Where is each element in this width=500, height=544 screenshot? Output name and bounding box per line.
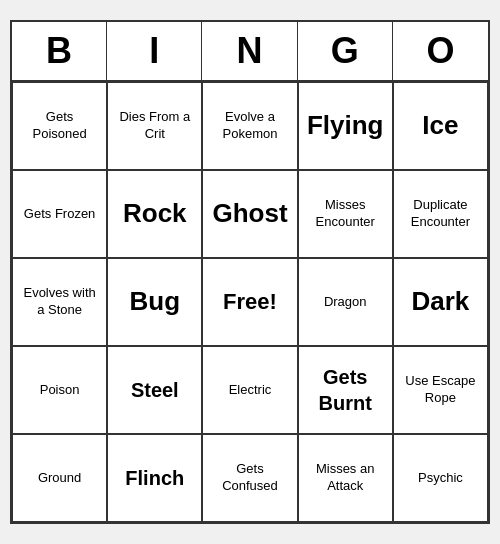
bingo-cell-13: Dragon (298, 258, 393, 346)
bingo-cell-5: Gets Frozen (12, 170, 107, 258)
bingo-cell-18: Gets Burnt (298, 346, 393, 434)
bingo-letter-n: N (202, 22, 297, 80)
bingo-cell-22: Gets Confused (202, 434, 297, 522)
bingo-letter-g: G (298, 22, 393, 80)
bingo-cell-24: Psychic (393, 434, 488, 522)
bingo-cell-23: Misses an Attack (298, 434, 393, 522)
bingo-cell-11: Bug (107, 258, 202, 346)
bingo-cell-12: Free! (202, 258, 297, 346)
bingo-cell-9: Duplicate Encounter (393, 170, 488, 258)
bingo-cell-1: Dies From a Crit (107, 82, 202, 170)
bingo-card: BINGO Gets PoisonedDies From a CritEvolv… (10, 20, 490, 524)
bingo-cell-8: Misses Encounter (298, 170, 393, 258)
bingo-cell-2: Evolve a Pokemon (202, 82, 297, 170)
bingo-cell-20: Ground (12, 434, 107, 522)
bingo-letter-i: I (107, 22, 202, 80)
bingo-letter-b: B (12, 22, 107, 80)
bingo-cell-17: Electric (202, 346, 297, 434)
bingo-grid: Gets PoisonedDies From a CritEvolve a Po… (12, 82, 488, 522)
bingo-cell-16: Steel (107, 346, 202, 434)
bingo-cell-21: Flinch (107, 434, 202, 522)
bingo-cell-4: Ice (393, 82, 488, 170)
bingo-cell-7: Ghost (202, 170, 297, 258)
bingo-cell-14: Dark (393, 258, 488, 346)
bingo-cell-15: Poison (12, 346, 107, 434)
bingo-cell-3: Flying (298, 82, 393, 170)
bingo-cell-6: Rock (107, 170, 202, 258)
bingo-cell-19: Use Escape Rope (393, 346, 488, 434)
bingo-cell-10: Evolves with a Stone (12, 258, 107, 346)
bingo-letter-o: O (393, 22, 488, 80)
bingo-cell-0: Gets Poisoned (12, 82, 107, 170)
bingo-header: BINGO (12, 22, 488, 82)
